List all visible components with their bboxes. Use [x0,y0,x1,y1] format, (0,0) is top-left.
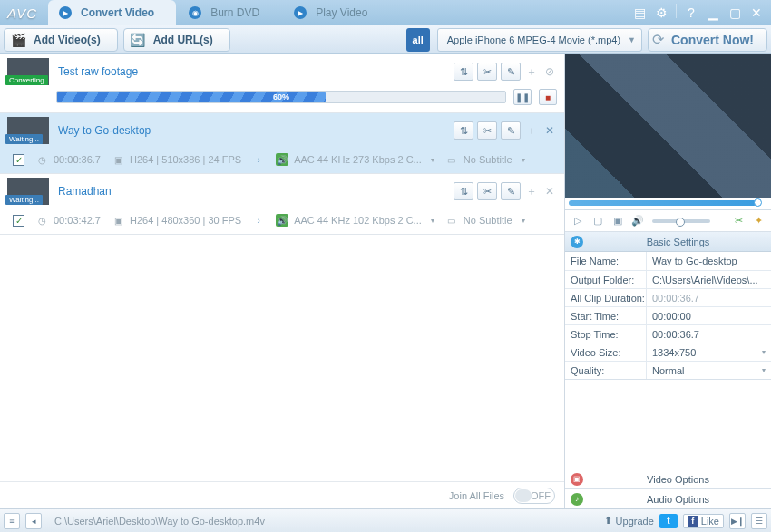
chevron-down-icon[interactable]: ▾ [431,217,434,225]
facebook-like-button[interactable]: f Like [683,514,724,528]
volume-slider[interactable] [652,219,710,223]
snapshot-icon[interactable]: ▣ [610,214,625,228]
preview-timeline[interactable] [565,198,771,210]
minimize-icon[interactable]: ▁ [704,4,722,22]
player-controls: ▷ ▢ ▣ 🔊 ✂ ✦ [565,210,771,232]
status-badge: Converting [5,75,48,85]
edit-icon[interactable]: ✎ [501,121,521,140]
cut-icon[interactable]: ✂ [477,182,497,200]
remove-icon[interactable]: ✕ [542,123,557,138]
file-row[interactable]: Waiting... Ramadhan ⇅ ✂ ✎ ＋ ✕ ✓ ◷00:03:4… [0,174,564,235]
stop-icon[interactable]: ▢ [590,214,605,228]
checkbox[interactable]: ✓ [13,154,24,166]
chevron-down-icon[interactable]: ▾ [522,156,525,164]
convert-now-button[interactable]: ⟳ Convert Now! [648,28,767,52]
volume-mute-button[interactable]: ▶❙ [729,513,746,529]
timeline-handle[interactable] [754,198,762,207]
setting-key: Output Folder: [565,271,647,288]
stop-button[interactable]: ■ [539,89,557,105]
edit-icon[interactable]: ✎ [501,63,521,81]
edit-icon[interactable]: ✎ [501,182,521,200]
file-row[interactable]: Converting Test raw footage ⇅ ✂ ✎ ＋ ⊘ 60… [0,54,564,113]
video-options-label: Video Options [590,474,766,485]
setting-file-name[interactable]: Way to Go-desktop [647,252,771,270]
close-icon[interactable]: ✕ [747,4,766,22]
play-icon[interactable]: ▷ [571,214,585,228]
chevron-down-icon[interactable]: ▾ [431,156,434,164]
settings-icon[interactable]: ⚙ [652,4,670,22]
subtitle-icon: ▭ [445,153,458,166]
add-videos-button[interactable]: 🎬 Add Video(s) [4,28,118,52]
output-profile-label: Apple iPhone 6 MPEG-4 Movie (*.mp4) [447,34,620,45]
app-menu-icon[interactable]: ▤ [630,4,649,22]
setting-quality[interactable]: Normal▾ [647,362,771,379]
add-videos-icon: 🎬 [8,30,28,50]
audio-options-icon: ♪ [571,493,583,506]
profile-group-icon[interactable]: all [406,28,430,52]
pause-button[interactable]: ❚❚ [513,89,532,105]
setting-key: Quality: [565,362,647,379]
file-row[interactable]: Waiting... Way to Go-desktop ⇅ ✂ ✎ ＋ ✕ ✓… [0,113,564,174]
settings-table: File Name:Way to Go-desktop Output Folde… [565,252,771,380]
remove-icon[interactable]: ⊘ [542,64,557,79]
menu-button[interactable]: ☰ [751,513,767,529]
swap-icon[interactable]: ⇅ [454,182,473,200]
status-badge: Waiting... [5,134,43,144]
setting-start-time[interactable]: 00:00:00 [647,307,771,324]
convert-label: Convert Now! [671,33,754,47]
upgrade-icon: ⬆ [604,515,612,527]
output-path: C:\Users\Ariel\Desktop\Way to Go-desktop… [47,516,599,527]
cut-icon[interactable]: ✂ [477,121,497,140]
toolbar: 🎬 Add Video(s) 🔄 Add URL(s) all Apple iP… [0,25,771,54]
setting-key: Stop Time: [565,325,647,343]
file-duration: 00:03:42.7 [54,215,101,226]
volume-icon[interactable]: 🔊 [630,214,645,228]
cut-icon[interactable]: ✂ [477,63,497,81]
video-codec-icon: ▣ [112,153,124,166]
twitter-button[interactable]: t [659,514,678,528]
video-preview[interactable] [565,54,771,198]
chevron-down-icon[interactable]: ▾ [522,217,525,225]
app-logo: AVC [0,5,48,21]
statusbar: ≡ ◂ C:\Users\Ariel\Desktop\Way to Go-des… [0,508,771,532]
subtitle-icon: ▭ [445,214,458,227]
list-view-button[interactable]: ≡ [4,513,20,529]
nav-back-button[interactable]: ◂ [25,513,42,529]
effects-icon[interactable]: ✦ [751,214,766,228]
remove-icon[interactable]: ✕ [542,184,557,198]
setting-video-size[interactable]: 1334x750▾ [647,343,771,361]
status-badge: Waiting... [5,195,43,205]
divider [676,4,677,18]
join-files-toggle[interactable]: OFF [513,488,555,504]
video-options-row[interactable]: ▣ Video Options [565,469,771,488]
crop-icon[interactable]: ✂ [731,214,746,228]
audio-icon: 🔊 [276,214,288,227]
basic-settings-header[interactable]: ✱ Basic Settings [565,232,771,252]
maximize-icon[interactable]: ▢ [726,4,744,22]
setting-key: Start Time: [565,307,647,324]
help-icon[interactable]: ? [682,4,700,22]
audio-options-row[interactable]: ♪ Audio Options [565,488,771,508]
add-urls-button[interactable]: 🔄 Add URL(s) [123,28,230,52]
tab-play-icon: ▶ [294,6,307,19]
setting-output-folder[interactable]: C:\Users\Ariel\Videos\... [647,271,771,288]
file-thumbnail: Waiting... [7,178,49,205]
swap-icon[interactable]: ⇅ [454,63,473,81]
tab-play-video[interactable]: ▶ Play Video [283,0,389,25]
facebook-icon: f [688,516,698,527]
checkbox[interactable]: ✓ [13,215,24,227]
chevron-right-icon: › [252,214,265,227]
tab-burn-dvd[interactable]: ◉ Burn DVD [178,0,281,25]
add-icon[interactable]: ＋ [524,184,539,198]
add-icon[interactable]: ＋ [524,123,539,138]
add-icon[interactable]: ＋ [524,64,539,79]
progress-label: 60% [57,92,505,102]
clock-icon: ◷ [35,153,48,166]
join-files-label: Join All Files [449,490,504,501]
setting-stop-time[interactable]: 00:00:36.7 [647,325,771,343]
swap-icon[interactable]: ⇅ [454,121,473,140]
file-thumbnail: Converting [7,58,49,85]
upgrade-button[interactable]: ⬆ Upgrade [604,515,654,527]
tab-convert-video[interactable]: ▶ Convert Video [48,0,176,25]
output-profile-select[interactable]: Apple iPhone 6 MPEG-4 Movie (*.mp4) ▼ [437,28,642,52]
